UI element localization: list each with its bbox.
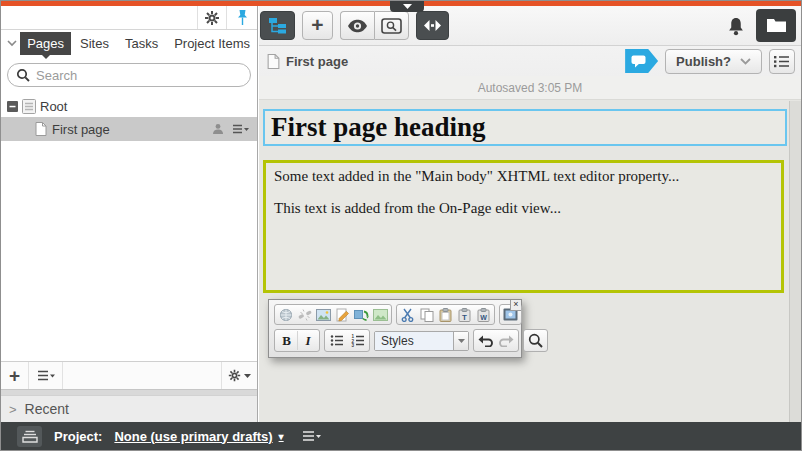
clipboard-icon	[439, 308, 452, 322]
find-button[interactable]	[525, 331, 546, 350]
pane-footer-toolbar: +	[1, 361, 257, 389]
bullet-list-icon	[330, 334, 344, 347]
tab-tasks[interactable]: Tasks	[118, 32, 165, 55]
scissors-icon	[401, 308, 414, 322]
search-icon	[16, 68, 30, 82]
scrollbar-track[interactable]	[789, 101, 801, 422]
chevron-right-icon: >	[9, 402, 17, 417]
undo-icon	[478, 335, 493, 347]
editable-main-body-property[interactable]: Some text added in the "Main body" XHTML…	[263, 160, 784, 293]
image-green-icon	[373, 309, 388, 321]
broken-link-icon	[298, 308, 312, 322]
tree-item-root[interactable]: Root	[1, 95, 257, 117]
context-menu-button[interactable]	[232, 124, 249, 134]
dropdown-arrow	[453, 332, 468, 350]
redo-button[interactable]	[496, 331, 517, 350]
tab-pages[interactable]: Pages	[20, 32, 71, 55]
new-page-button[interactable]: +	[1, 362, 29, 389]
project-tray-icon	[22, 430, 38, 443]
tree-item-label: Root	[40, 99, 67, 114]
page-title: First page	[286, 54, 348, 69]
paste-from-word-button[interactable]: W	[474, 306, 493, 323]
page-tree: Root First page	[1, 95, 257, 141]
search-input[interactable]	[36, 68, 236, 83]
bold-button[interactable]: B	[276, 331, 297, 350]
caret-down-icon: ▾	[279, 431, 284, 442]
recent-section-header[interactable]: > Recent	[1, 395, 257, 422]
tab-project-items[interactable]: Project Items	[167, 32, 257, 55]
project-selector[interactable]: None (use primary drafts) ▾	[114, 429, 283, 444]
tree-row-icons	[212, 123, 257, 135]
collapse-node-icon[interactable]	[7, 101, 18, 112]
insert-link-button[interactable]	[276, 306, 295, 323]
pane-header	[1, 6, 257, 30]
hamburger-caret-icon	[302, 430, 321, 442]
paste-word-icon: W	[477, 308, 490, 322]
autosave-status-bar: Autosaved 3:05 PM	[259, 76, 801, 100]
global-menu-pull-tab[interactable]	[390, 1, 424, 12]
publish-options-button[interactable]	[769, 49, 795, 74]
view-settings-button[interactable]	[374, 11, 409, 40]
insert-button-group	[274, 304, 392, 325]
chevron-down-icon	[740, 58, 751, 65]
toggle-navigation-button[interactable]	[260, 11, 295, 40]
page-title-row: First page Publish?	[259, 46, 801, 76]
insert-media-button[interactable]	[352, 306, 371, 323]
preview-mode-button[interactable]	[340, 11, 374, 40]
edit-html-button[interactable]	[333, 306, 352, 323]
projects-overview-button[interactable]	[17, 426, 42, 447]
undo-button[interactable]	[475, 331, 496, 350]
italic-button[interactable]: I	[297, 331, 318, 350]
publish-controls: Publish?	[625, 49, 795, 74]
paste-as-text-button[interactable]: T	[455, 306, 474, 323]
notifications-button[interactable]	[727, 15, 745, 36]
cut-button[interactable]	[398, 306, 417, 323]
pin-pane-button[interactable]	[229, 6, 255, 29]
numbered-list-icon: 123	[351, 334, 365, 347]
tab-sites[interactable]: Sites	[73, 32, 116, 55]
bell-icon	[727, 17, 745, 36]
tree-item-first-page[interactable]: First page	[1, 117, 257, 141]
link-globe-icon	[279, 308, 293, 322]
navigation-pane: Pages Sites Tasks Project Items Root Fir…	[1, 6, 258, 422]
project-label: Project:	[54, 429, 102, 444]
styles-dropdown[interactable]: Styles	[374, 331, 469, 351]
numbered-list-button[interactable]: 123	[347, 331, 368, 350]
svg-text:3: 3	[351, 343, 354, 347]
speech-bubble-icon	[631, 55, 646, 68]
paste-button[interactable]	[436, 306, 455, 323]
assigned-user-icon	[212, 123, 224, 135]
image-placeholder-button[interactable]	[371, 306, 390, 323]
copy-button[interactable]	[417, 306, 436, 323]
media-refresh-icon	[354, 308, 369, 321]
close-icon[interactable]: ×	[510, 300, 521, 311]
rich-text-toolbar-row-1: T W	[274, 304, 517, 325]
plus-icon: +	[311, 13, 323, 37]
project-options-button[interactable]	[302, 430, 321, 442]
review-comment-badge[interactable]	[625, 49, 658, 73]
tab-label: Pages	[27, 36, 64, 51]
tree-structure-icon	[268, 17, 288, 34]
compare-versions-button[interactable]	[416, 11, 449, 40]
paste-text-icon: T	[458, 308, 471, 322]
tree-item-label: First page	[52, 122, 110, 137]
insert-image-button[interactable]	[314, 306, 333, 323]
pane-footer-settings-button[interactable]	[221, 362, 257, 389]
toolbar-right-icons	[727, 9, 796, 42]
bullet-list-button[interactable]	[326, 331, 347, 350]
remove-link-button[interactable]	[295, 306, 314, 323]
tree-options-button[interactable]	[29, 362, 63, 389]
on-page-edit-canvas: First page heading Some text added in th…	[259, 101, 801, 422]
collapse-pane-button[interactable]	[5, 40, 18, 47]
publish-button[interactable]: Publish?	[665, 49, 762, 74]
pencil-edit-icon	[336, 308, 350, 322]
editable-heading-property[interactable]: First page heading	[263, 109, 787, 146]
toggle-assets-pane-button[interactable]	[756, 9, 796, 42]
svg-text:W: W	[480, 313, 487, 320]
edit-toolbar: +	[259, 6, 801, 46]
pane-settings-button[interactable]	[197, 6, 227, 29]
gear-icon	[204, 10, 220, 26]
add-content-button[interactable]: +	[302, 11, 333, 40]
rich-text-toolbar-row-2: B I 123 Styles	[274, 329, 517, 352]
root-node-icon	[22, 99, 36, 114]
